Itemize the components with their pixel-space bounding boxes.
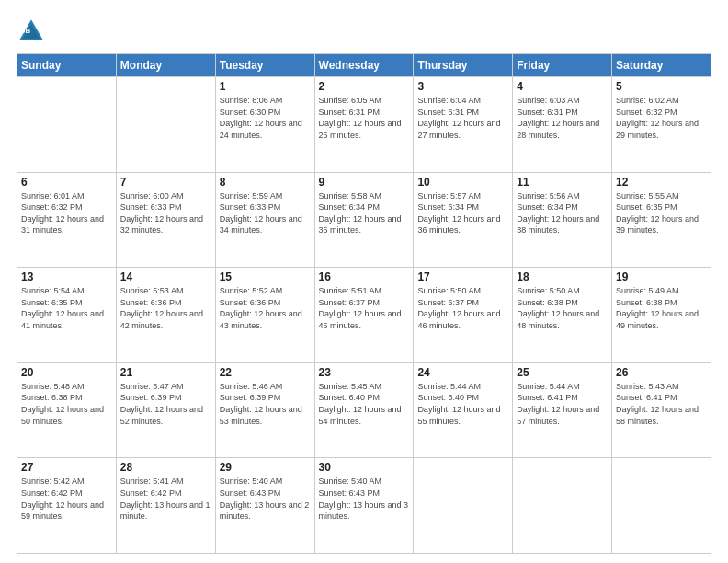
page: GB SundayMondayTuesdayWednesdayThursdayF… xyxy=(0,0,728,563)
calendar-cell: 24Sunrise: 5:44 AMSunset: 6:40 PMDayligh… xyxy=(414,362,513,458)
calendar-cell: 22Sunrise: 5:46 AMSunset: 6:39 PMDayligh… xyxy=(215,362,314,458)
day-info: Sunrise: 5:46 AMSunset: 6:39 PMDaylight:… xyxy=(220,381,311,427)
day-info: Sunrise: 5:40 AMSunset: 6:43 PMDaylight:… xyxy=(220,476,311,522)
calendar-cell: 12Sunrise: 5:55 AMSunset: 6:35 PMDayligh… xyxy=(612,172,711,268)
day-number: 30 xyxy=(319,461,410,474)
header-day-sunday: Sunday xyxy=(17,54,117,77)
day-number: 3 xyxy=(417,80,508,93)
calendar-cell: 16Sunrise: 5:51 AMSunset: 6:37 PMDayligh… xyxy=(314,268,414,363)
calendar-table: SundayMondayTuesdayWednesdayThursdayFrid… xyxy=(17,53,711,554)
day-info: Sunrise: 6:04 AMSunset: 6:31 PMDaylight:… xyxy=(417,95,508,141)
day-number: 26 xyxy=(616,366,707,379)
day-info: Sunrise: 5:49 AMSunset: 6:38 PMDaylight:… xyxy=(616,285,707,331)
calendar-cell xyxy=(612,458,711,554)
day-number: 14 xyxy=(120,270,211,283)
day-info: Sunrise: 5:44 AMSunset: 6:41 PMDaylight:… xyxy=(517,381,608,427)
calendar-cell xyxy=(17,77,117,173)
header-day-wednesday: Wednesday xyxy=(314,54,414,77)
day-number: 5 xyxy=(616,80,707,93)
day-number: 27 xyxy=(21,461,112,474)
header-day-saturday: Saturday xyxy=(612,54,711,77)
header-day-monday: Monday xyxy=(116,54,215,77)
day-info: Sunrise: 5:47 AMSunset: 6:39 PMDaylight:… xyxy=(120,381,211,427)
week-row-3: 13Sunrise: 5:54 AMSunset: 6:35 PMDayligh… xyxy=(17,268,711,363)
day-number: 22 xyxy=(220,366,311,379)
week-row-1: 1Sunrise: 6:06 AMSunset: 6:30 PMDaylight… xyxy=(17,77,711,173)
day-number: 9 xyxy=(319,176,410,189)
day-number: 4 xyxy=(517,80,608,93)
day-number: 13 xyxy=(21,270,112,283)
day-info: Sunrise: 5:58 AMSunset: 6:34 PMDaylight:… xyxy=(319,190,410,236)
day-number: 2 xyxy=(319,80,410,93)
day-number: 21 xyxy=(120,366,211,379)
calendar-cell: 21Sunrise: 5:47 AMSunset: 6:39 PMDayligh… xyxy=(116,362,215,458)
day-info: Sunrise: 5:42 AMSunset: 6:42 PMDaylight:… xyxy=(21,476,112,522)
calendar-cell: 18Sunrise: 5:50 AMSunset: 6:38 PMDayligh… xyxy=(513,268,612,363)
calendar-cell: 19Sunrise: 5:49 AMSunset: 6:38 PMDayligh… xyxy=(612,268,711,363)
day-info: Sunrise: 5:50 AMSunset: 6:38 PMDaylight:… xyxy=(517,285,608,331)
day-number: 20 xyxy=(21,366,112,379)
day-info: Sunrise: 6:02 AMSunset: 6:32 PMDaylight:… xyxy=(616,95,707,141)
header-day-thursday: Thursday xyxy=(414,54,513,77)
calendar-cell: 13Sunrise: 5:54 AMSunset: 6:35 PMDayligh… xyxy=(17,268,117,363)
day-number: 29 xyxy=(220,461,311,474)
day-info: Sunrise: 5:52 AMSunset: 6:36 PMDaylight:… xyxy=(220,285,311,331)
day-info: Sunrise: 6:05 AMSunset: 6:31 PMDaylight:… xyxy=(319,95,410,141)
day-info: Sunrise: 5:57 AMSunset: 6:34 PMDaylight:… xyxy=(417,190,508,236)
day-info: Sunrise: 6:01 AMSunset: 6:32 PMDaylight:… xyxy=(21,190,112,236)
day-number: 19 xyxy=(616,270,707,283)
calendar-cell: 11Sunrise: 5:56 AMSunset: 6:34 PMDayligh… xyxy=(513,172,612,268)
svg-text:GB: GB xyxy=(19,27,30,35)
calendar-cell: 30Sunrise: 5:40 AMSunset: 6:43 PMDayligh… xyxy=(314,458,414,554)
day-info: Sunrise: 5:44 AMSunset: 6:40 PMDaylight:… xyxy=(417,381,508,427)
calendar-cell: 14Sunrise: 5:53 AMSunset: 6:36 PMDayligh… xyxy=(116,268,215,363)
day-info: Sunrise: 5:45 AMSunset: 6:40 PMDaylight:… xyxy=(319,381,410,427)
day-info: Sunrise: 5:59 AMSunset: 6:33 PMDaylight:… xyxy=(220,190,311,236)
week-row-4: 20Sunrise: 5:48 AMSunset: 6:38 PMDayligh… xyxy=(17,362,711,458)
header: GB xyxy=(17,17,711,46)
day-number: 25 xyxy=(517,366,608,379)
calendar-cell: 20Sunrise: 5:48 AMSunset: 6:38 PMDayligh… xyxy=(17,362,117,458)
calendar-header: SundayMondayTuesdayWednesdayThursdayFrid… xyxy=(17,54,711,77)
day-number: 10 xyxy=(417,176,508,189)
calendar-cell: 25Sunrise: 5:44 AMSunset: 6:41 PMDayligh… xyxy=(513,362,612,458)
day-info: Sunrise: 5:43 AMSunset: 6:41 PMDaylight:… xyxy=(616,381,707,427)
calendar-cell: 15Sunrise: 5:52 AMSunset: 6:36 PMDayligh… xyxy=(215,268,314,363)
calendar-cell: 1Sunrise: 6:06 AMSunset: 6:30 PMDaylight… xyxy=(215,77,314,173)
header-day-friday: Friday xyxy=(513,54,612,77)
day-info: Sunrise: 5:40 AMSunset: 6:43 PMDaylight:… xyxy=(319,476,410,522)
logo: GB xyxy=(17,17,50,46)
day-number: 8 xyxy=(220,176,311,189)
calendar-cell: 7Sunrise: 6:00 AMSunset: 6:33 PMDaylight… xyxy=(116,172,215,268)
day-info: Sunrise: 6:00 AMSunset: 6:33 PMDaylight:… xyxy=(120,190,211,236)
day-number: 7 xyxy=(120,176,211,189)
calendar-cell: 8Sunrise: 5:59 AMSunset: 6:33 PMDaylight… xyxy=(215,172,314,268)
day-info: Sunrise: 5:54 AMSunset: 6:35 PMDaylight:… xyxy=(21,285,112,331)
day-info: Sunrise: 6:03 AMSunset: 6:31 PMDaylight:… xyxy=(517,95,608,141)
day-info: Sunrise: 5:50 AMSunset: 6:37 PMDaylight:… xyxy=(417,285,508,331)
calendar-cell xyxy=(513,458,612,554)
calendar-cell: 9Sunrise: 5:58 AMSunset: 6:34 PMDaylight… xyxy=(314,172,414,268)
calendar-cell: 29Sunrise: 5:40 AMSunset: 6:43 PMDayligh… xyxy=(215,458,314,554)
day-number: 23 xyxy=(319,366,410,379)
day-info: Sunrise: 5:48 AMSunset: 6:38 PMDaylight:… xyxy=(21,381,112,427)
day-number: 18 xyxy=(517,270,608,283)
week-row-2: 6Sunrise: 6:01 AMSunset: 6:32 PMDaylight… xyxy=(17,172,711,268)
calendar-cell: 6Sunrise: 6:01 AMSunset: 6:32 PMDaylight… xyxy=(17,172,117,268)
day-number: 17 xyxy=(417,270,508,283)
day-number: 28 xyxy=(120,461,211,474)
day-number: 15 xyxy=(220,270,311,283)
day-info: Sunrise: 5:41 AMSunset: 6:42 PMDaylight:… xyxy=(120,476,211,522)
day-number: 11 xyxy=(517,176,608,189)
day-info: Sunrise: 5:53 AMSunset: 6:36 PMDaylight:… xyxy=(120,285,211,331)
calendar-cell: 3Sunrise: 6:04 AMSunset: 6:31 PMDaylight… xyxy=(414,77,513,173)
calendar-cell: 17Sunrise: 5:50 AMSunset: 6:37 PMDayligh… xyxy=(414,268,513,363)
header-row: SundayMondayTuesdayWednesdayThursdayFrid… xyxy=(17,54,711,77)
day-number: 6 xyxy=(21,176,112,189)
calendar-cell: 28Sunrise: 5:41 AMSunset: 6:42 PMDayligh… xyxy=(116,458,215,554)
calendar-cell: 4Sunrise: 6:03 AMSunset: 6:31 PMDaylight… xyxy=(513,77,612,173)
calendar-cell xyxy=(116,77,215,173)
calendar-body: 1Sunrise: 6:06 AMSunset: 6:30 PMDaylight… xyxy=(17,77,711,554)
day-number: 24 xyxy=(417,366,508,379)
calendar-cell: 27Sunrise: 5:42 AMSunset: 6:42 PMDayligh… xyxy=(17,458,117,554)
